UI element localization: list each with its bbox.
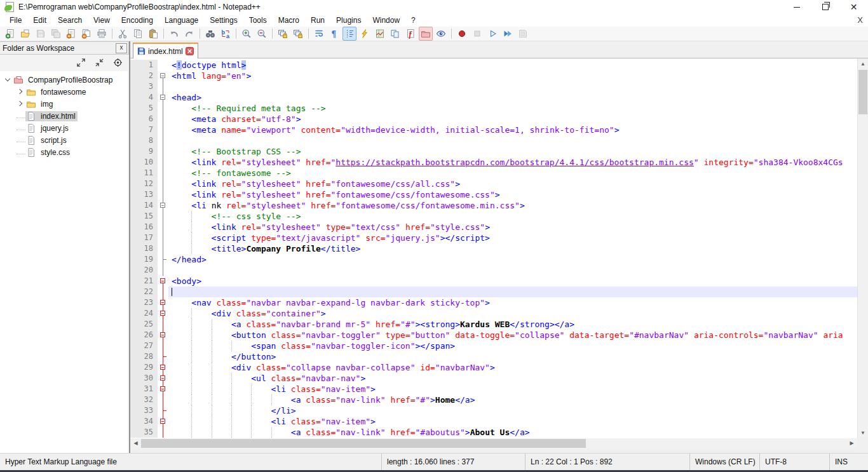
code-line[interactable]: 30 <ul class="navbar-nav"> [130, 373, 857, 384]
menu-run[interactable]: Run [305, 15, 330, 26]
code-line[interactable]: 9 <!-- Bootstrap CSS --> [130, 146, 857, 157]
code-line[interactable]: 2<html lang="en"> [130, 71, 857, 81]
user-defined-language-button[interactable] [358, 27, 372, 41]
code-line[interactable]: 13 <link rel="stylesheet" href="fontawes… [130, 189, 857, 200]
code-line[interactable]: 7 <meta name="viewport" content="width=d… [130, 125, 857, 135]
fold-margin[interactable] [158, 71, 168, 81]
fold-margin[interactable] [158, 373, 168, 384]
function-list-button[interactable]: f [403, 27, 417, 41]
horizontal-scrollbar[interactable]: ◀ ▶ [130, 438, 857, 449]
document-list-button[interactable] [388, 27, 402, 41]
code-line[interactable]: 23 <nav class="navbar navbar-expand-lg n… [130, 297, 857, 308]
code-line[interactable]: 14 <li nk rel="stylesheet" href="fontawe… [130, 200, 857, 211]
tree-item-script-js[interactable]: script.js [0, 134, 128, 146]
code-line[interactable]: 24 <div class="container"> [130, 308, 857, 319]
fold-margin[interactable] [158, 276, 168, 287]
code-line[interactable]: 10 <link rel="stylesheet" href="https://… [130, 157, 857, 168]
tab-close-icon[interactable] [186, 47, 194, 55]
close-all-button[interactable] [79, 27, 93, 41]
word-wrap-button[interactable] [312, 27, 326, 41]
chevron-down-icon[interactable] [4, 76, 13, 84]
cut-button[interactable] [116, 27, 130, 41]
code-line[interactable]: 4<head> [130, 92, 857, 103]
menu-encoding[interactable]: Encoding [116, 15, 159, 26]
tree-item-img[interactable]: img [0, 98, 128, 110]
fold-margin[interactable] [158, 330, 168, 341]
sync-vertical-scrolling-button[interactable] [276, 27, 290, 41]
paste-button[interactable] [146, 27, 160, 41]
chevron-right-icon[interactable] [17, 88, 25, 97]
locate-current-file-button[interactable] [113, 58, 123, 67]
new-file-button[interactable] [3, 27, 17, 41]
replace-button[interactable]: ba [219, 27, 233, 41]
menu-settings[interactable]: Settings [204, 15, 243, 26]
fold-margin[interactable] [158, 297, 168, 308]
code-line[interactable]: 3 [130, 81, 857, 92]
fold-margin[interactable] [158, 416, 168, 427]
menu-search[interactable]: Search [52, 15, 88, 26]
scroll-left-arrow[interactable]: ◀ [130, 438, 141, 448]
restore-button[interactable] [811, 0, 839, 14]
code-line[interactable]: 15 <!-- css style --> [130, 211, 857, 222]
vertical-scroll-thumb[interactable] [858, 70, 867, 114]
scroll-right-arrow[interactable]: ▶ [846, 438, 857, 448]
code-line[interactable]: 11 <!-- fontawesome --> [130, 168, 857, 179]
show-all-characters-button[interactable]: ¶ [327, 27, 341, 41]
menu-window[interactable]: Window [367, 15, 405, 26]
menu-edit[interactable]: Edit [27, 15, 52, 26]
code-line[interactable]: 32 <a class="nav-link" href="#">Home</a> [130, 394, 857, 405]
zoom-in-button[interactable] [240, 27, 254, 41]
code-line[interactable]: 6 <meta charset="utf-8"> [130, 114, 857, 125]
tab-index-html[interactable]: index.html [133, 43, 198, 58]
code-line[interactable]: 33 </li> [130, 405, 857, 416]
open-file-button[interactable] [18, 27, 32, 41]
code-line[interactable]: 12 <link rel="stylesheet" href="fontawes… [130, 179, 857, 189]
fold-margin[interactable] [158, 308, 168, 319]
sync-horizontal-scrolling-button[interactable] [291, 27, 305, 41]
scroll-down-arrow[interactable]: ▼ [858, 428, 868, 438]
find-button[interactable] [203, 27, 217, 41]
copy-button[interactable] [131, 27, 145, 41]
code-line[interactable]: 22 [130, 287, 857, 297]
code-line[interactable]: 17 <script type="text/javascript" src="j… [130, 233, 857, 243]
close-button[interactable]: ✕ [839, 0, 868, 14]
folder-as-workspace-button[interactable] [419, 27, 433, 41]
redo-button[interactable] [182, 27, 196, 41]
collapse-all-button[interactable] [95, 58, 104, 67]
code-line[interactable]: 20 [130, 265, 857, 276]
code-line[interactable]: 19</head> [130, 254, 857, 265]
zoom-out-button[interactable] [255, 27, 269, 41]
code-line[interactable]: 8 [130, 135, 857, 146]
fold-margin[interactable] [158, 200, 168, 211]
code-line[interactable]: 5 <!-- Required meta tags --> [130, 103, 857, 114]
print-button[interactable] [95, 27, 109, 41]
chevron-right-icon[interactable] [17, 100, 25, 109]
horizontal-scroll-thumb[interactable] [141, 439, 586, 448]
tree-item-index-html[interactable]: index.html [0, 110, 128, 122]
menu-view[interactable]: View [88, 15, 116, 26]
fold-margin[interactable] [158, 92, 168, 103]
code-line[interactable]: 34 <li class="nav-item"> [130, 416, 857, 427]
menu-file[interactable]: File [4, 15, 27, 26]
document-close-x[interactable]: X [857, 15, 863, 25]
undo-button[interactable] [167, 27, 181, 41]
menu-tools[interactable]: Tools [243, 15, 273, 26]
menu-language[interactable]: Language [159, 15, 204, 26]
show-indent-guide-button[interactable] [342, 27, 356, 41]
code-line[interactable]: 28 </button> [130, 351, 857, 362]
macro-play-button[interactable] [485, 27, 499, 41]
document-map-button[interactable] [373, 27, 387, 41]
monitoring-button[interactable] [434, 27, 448, 41]
tree-item-style-css[interactable]: style.css [0, 146, 128, 158]
tree-item-jquery-js[interactable]: jquery.js [0, 122, 128, 134]
scroll-up-arrow[interactable]: ▲ [858, 58, 868, 69]
fold-margin[interactable] [158, 362, 168, 373]
code-line[interactable]: 25 <a class="navbar-brand mr-5" href="#"… [130, 319, 857, 330]
menu-[interactable]: ? [405, 15, 421, 26]
code-line[interactable]: 18 <title>Company Profile</title> [130, 243, 857, 254]
minimize-button[interactable] [782, 0, 811, 14]
code-line[interactable]: 35 <a class="nav-link" href="#aboutus">A… [130, 427, 857, 438]
code-line[interactable]: 1<!doctype html> [130, 60, 857, 71]
close-button[interactable] [64, 27, 78, 41]
tree-item-fontawesome[interactable]: fontawesome [0, 86, 128, 98]
